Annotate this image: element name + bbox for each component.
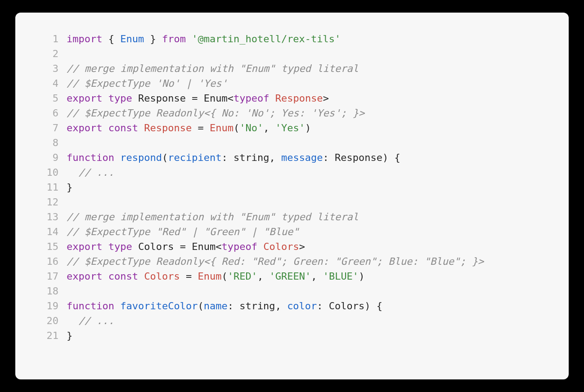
token: 'BLUE'	[323, 271, 359, 282]
token	[114, 300, 120, 312]
token: Colors	[144, 271, 180, 282]
line-number: 20	[40, 313, 58, 328]
line-number: 14	[40, 224, 58, 239]
token: >	[323, 93, 329, 104]
token: :	[221, 152, 234, 163]
token: // ...	[79, 167, 114, 178]
line-content: export type Colors = Enum<typeof Colors>	[67, 239, 544, 254]
token	[257, 241, 263, 252]
token: (	[198, 300, 203, 312]
token: Response	[335, 152, 382, 163]
line-number: 8	[40, 135, 58, 150]
code-line: 9function respond(recipient: string, mes…	[40, 150, 544, 165]
token: // merge implementation with "Enum" type…	[67, 63, 359, 74]
token: =	[174, 241, 192, 252]
code-line: 12	[40, 195, 544, 209]
line-number: 6	[40, 106, 58, 120]
code-card: 1import { Enum } from '@martin_hotell/re…	[15, 13, 569, 379]
token: Response	[275, 93, 323, 104]
token: string	[239, 300, 275, 312]
line-number: 9	[40, 150, 58, 165]
code-line: 16// $ExpectType Readonly<{ Red: "Red"; …	[40, 254, 544, 269]
code-line: 7export const Response = Enum('No', 'Yes…	[40, 120, 544, 135]
token: color	[287, 300, 317, 312]
code-line: 1import { Enum } from '@martin_hotell/re…	[40, 31, 544, 46]
token: }	[144, 33, 162, 45]
token	[186, 33, 192, 45]
token: ) {	[364, 300, 382, 312]
token: type	[108, 241, 132, 252]
token: :	[323, 152, 335, 163]
line-content	[67, 46, 544, 61]
line-content: export const Colors = Enum('RED', 'GREEN…	[67, 269, 544, 284]
token: type	[108, 93, 132, 104]
line-number: 19	[40, 298, 58, 313]
code-block: 1import { Enum } from '@martin_hotell/re…	[40, 31, 544, 343]
token: <	[228, 93, 234, 104]
token	[102, 122, 108, 134]
token: Colors	[138, 241, 174, 252]
token: Enum	[120, 33, 144, 45]
token	[102, 241, 108, 252]
line-content: export const Response = Enum('No', 'Yes'…	[67, 120, 544, 135]
line-number: 4	[40, 76, 58, 91]
code-line: 6// $ExpectType Readonly<{ No: 'No'; Yes…	[40, 106, 544, 120]
line-number: 16	[40, 254, 58, 269]
token: ,	[311, 271, 323, 282]
token: }	[67, 182, 72, 193]
line-number: 15	[40, 239, 58, 254]
token: const	[108, 122, 138, 134]
code-line: 20 // ...	[40, 313, 544, 328]
code-line: 3// merge implementation with "Enum" typ…	[40, 61, 544, 76]
token: function	[67, 300, 114, 312]
code-line: 19function favoriteColor(name: string, c…	[40, 298, 544, 313]
token: export	[67, 271, 102, 282]
token: // merge implementation with "Enum" type…	[67, 211, 359, 223]
token: export	[67, 241, 102, 252]
token: 'Yes'	[275, 122, 305, 134]
token: (	[162, 152, 168, 163]
token: // $ExpectType Readonly<{ No: 'No'; Yes:…	[67, 107, 364, 119]
line-content: }	[67, 180, 544, 195]
line-number: 13	[40, 209, 58, 224]
line-number: 5	[40, 91, 58, 106]
line-number: 21	[40, 328, 58, 343]
code-line: 14// $ExpectType "Red" | "Green" | "Blue…	[40, 224, 544, 239]
line-content: // $ExpectType 'No' | 'Yes'	[67, 76, 544, 91]
token: export	[67, 93, 102, 104]
token: typeof	[234, 93, 269, 104]
code-line: 2	[40, 46, 544, 61]
line-number: 11	[40, 180, 58, 195]
token: message	[281, 152, 323, 163]
line-content: // merge implementation with "Enum" type…	[67, 61, 544, 76]
token: Colors	[263, 241, 299, 252]
line-content: // ...	[67, 165, 544, 180]
token: from	[162, 33, 186, 45]
token: export	[67, 122, 102, 134]
token: ,	[269, 152, 281, 163]
code-line: 4// $ExpectType 'No' | 'Yes'	[40, 76, 544, 91]
token: // ...	[79, 315, 114, 326]
token: :	[228, 300, 240, 312]
token: (	[221, 271, 227, 282]
token: 'RED'	[228, 271, 257, 282]
token: {	[102, 33, 120, 45]
token	[67, 167, 79, 178]
token	[67, 315, 79, 326]
token: '@martin_hotell/rex-tils'	[192, 33, 341, 45]
token: // $ExpectType "Red" | "Green" | "Blue"	[67, 226, 299, 237]
code-line: 13// merge implementation with "Enum" ty…	[40, 209, 544, 224]
token	[114, 152, 120, 163]
token: ,	[257, 271, 270, 282]
token	[132, 241, 138, 252]
line-content: // $ExpectType "Red" | "Green" | "Blue"	[67, 224, 544, 239]
token: <	[216, 241, 221, 252]
token: string	[234, 152, 269, 163]
line-number: 10	[40, 165, 58, 180]
token: ) {	[382, 152, 400, 163]
code-line: 18	[40, 284, 544, 298]
token: Enum	[210, 122, 234, 134]
line-content: }	[67, 328, 544, 343]
code-line: 11}	[40, 180, 544, 195]
token: name	[204, 300, 228, 312]
